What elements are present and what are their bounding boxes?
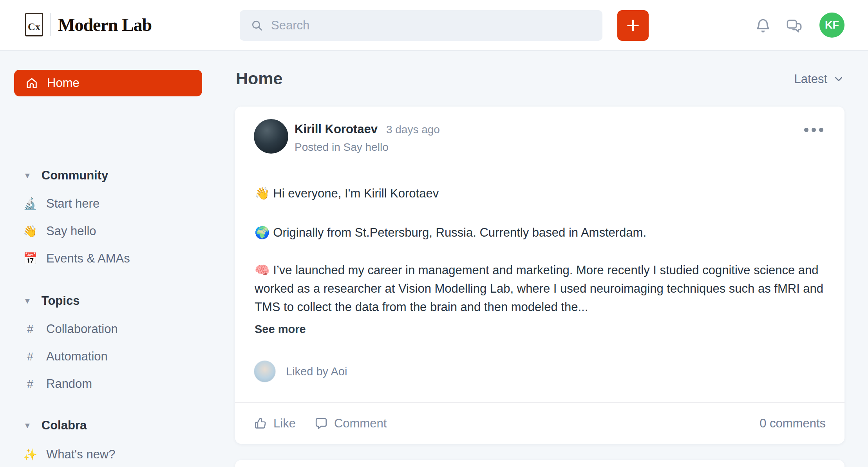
search-bar[interactable] [240, 10, 602, 41]
user-avatar[interactable]: KF [819, 13, 844, 38]
sidebar-item-random[interactable]: # Random [23, 377, 92, 391]
messages-button[interactable] [785, 16, 804, 35]
main-content: Home Latest Kirill Korotaev 3 days ago P… [235, 51, 844, 467]
like-label: Like [273, 416, 296, 431]
sidebar-item-start-here[interactable]: 🔬 Start here [23, 197, 99, 211]
top-header: Cx Modern Lab KF [0, 0, 868, 51]
sidebar-item-say-hello[interactable]: 👋 Say hello [23, 224, 96, 238]
logo-title: Modern Lab [58, 14, 152, 35]
sidebar: Home ▼ Community 🔬 Start here 👋 Say hell… [0, 51, 219, 467]
ellipsis-icon [812, 128, 816, 132]
microscope-emoji-icon: 🔬 [23, 197, 38, 210]
post-author-avatar[interactable] [254, 119, 288, 154]
home-icon [25, 76, 38, 90]
post-context[interactable]: Posted in Say hello [295, 141, 389, 154]
sidebar-item-events-amas[interactable]: 📅 Events & AMAs [23, 252, 130, 266]
chat-bubbles-icon [785, 17, 803, 35]
post-paragraph: 🧠 I’ve launched my career in management … [255, 261, 826, 316]
post-author-name[interactable]: Kirill Korotaev [295, 122, 378, 136]
logo-badge: Cx [25, 13, 43, 36]
app-logo[interactable]: Cx Modern Lab [25, 13, 152, 36]
logo-divider [50, 13, 51, 36]
create-post-button[interactable] [617, 10, 649, 41]
sidebar-section-topics[interactable]: ▼ Topics [24, 294, 80, 308]
thumbs-up-icon [254, 417, 267, 430]
sidebar-item-automation[interactable]: # Automation [23, 349, 108, 364]
sidebar-section-colabra[interactable]: ▼ Colabra [24, 418, 87, 433]
liked-by-label: Liked by Aoi [286, 365, 347, 378]
user-avatar-initials: KF [825, 19, 839, 31]
search-input[interactable] [271, 18, 591, 33]
ellipsis-icon [804, 128, 808, 132]
next-post-card[interactable] [235, 460, 844, 467]
hash-icon: # [23, 350, 38, 363]
like-button[interactable]: Like [254, 416, 296, 431]
ellipsis-icon [819, 128, 823, 132]
post-paragraph: 🌍 Originally from St.Petersburg, Russia.… [255, 223, 826, 242]
post-action-bar: Like Comment 0 comments [235, 403, 844, 444]
wave-emoji-icon: 👋 [23, 224, 38, 238]
comments-count: 0 comments [760, 416, 826, 431]
post-card: Kirill Korotaev 3 days ago Posted in Say… [235, 107, 844, 444]
liker-avatar[interactable] [254, 360, 276, 382]
triangle-down-icon: ▼ [24, 297, 31, 306]
liked-by-row: Liked by Aoi [254, 360, 347, 382]
search-icon [251, 19, 263, 32]
sidebar-section-community[interactable]: ▼ Community [24, 168, 108, 183]
sparkles-emoji-icon: ✨ [23, 448, 38, 461]
post-timestamp: 3 days ago [386, 123, 440, 136]
sidebar-item-collaboration[interactable]: # Collaboration [23, 322, 118, 336]
sidebar-item-home[interactable]: Home [14, 70, 202, 96]
hash-icon: # [23, 378, 38, 391]
plus-icon [626, 18, 640, 33]
see-more-link[interactable]: See more [255, 323, 306, 336]
sidebar-home-label: Home [47, 76, 80, 90]
calendar-emoji-icon: 📅 [23, 252, 38, 265]
post-paragraph: 👋 Hi everyone, I'm Kirill Korotaev [255, 184, 826, 203]
comment-button[interactable]: Comment [315, 416, 387, 431]
triangle-down-icon: ▼ [24, 171, 31, 180]
chevron-down-icon [833, 73, 844, 85]
notifications-button[interactable] [754, 16, 772, 35]
sort-label: Latest [794, 72, 827, 86]
post-options-button[interactable] [801, 125, 826, 135]
comment-icon [315, 417, 328, 430]
page-title: Home [236, 69, 282, 88]
sidebar-item-whats-new[interactable]: ✨ What's new? [23, 447, 116, 462]
comment-label: Comment [334, 416, 387, 431]
triangle-down-icon: ▼ [24, 421, 31, 430]
sort-dropdown[interactable]: Latest [794, 72, 844, 86]
bell-icon [755, 18, 771, 34]
hash-icon: # [23, 323, 38, 336]
